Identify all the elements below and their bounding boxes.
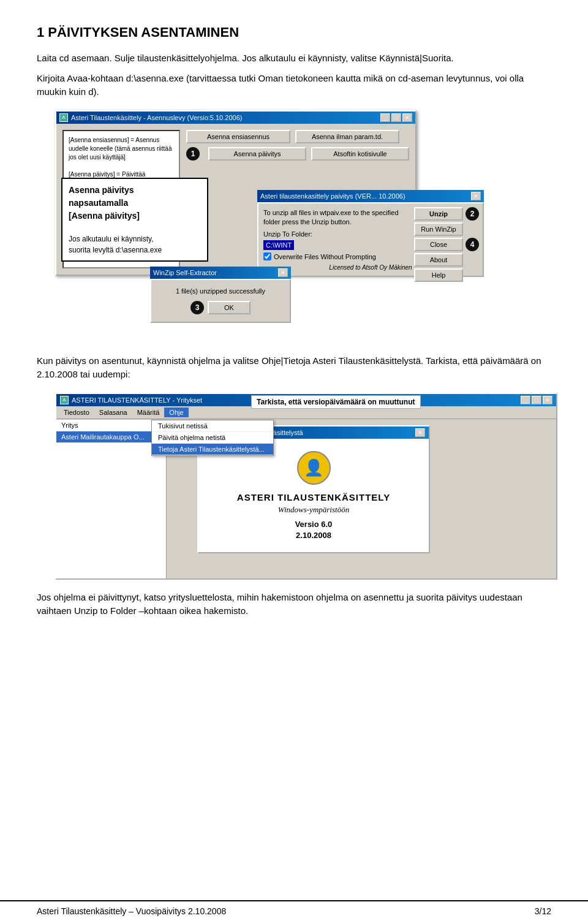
- callout-line3: [Asenna päivitys]: [69, 210, 201, 222]
- asteri-window-title: ASTERI TILAUSTENKÄSITTELY - Yritykset: [72, 396, 202, 404]
- menu-maarita[interactable]: Määritä: [132, 407, 165, 417]
- help-button[interactable]: Help: [414, 268, 463, 282]
- callout-line4: Jos alkutaulu ei käynnisty,: [69, 233, 201, 244]
- selfex-controls: ✕: [278, 268, 288, 277]
- installer-titlebar: A Asteri Tilaustenkäsittely - Asennuslev…: [56, 112, 415, 124]
- about-button[interactable]: About: [414, 253, 463, 267]
- asteri-close[interactable]: ✕: [543, 396, 552, 404]
- run-winzip-button[interactable]: Run WinZip: [414, 222, 463, 236]
- win-controls: _ □ ✕: [380, 113, 412, 122]
- about-logo: 👤: [297, 451, 331, 485]
- asteri-minimize[interactable]: _: [521, 396, 530, 404]
- callout-line1: Asenna päivitys: [69, 184, 201, 197]
- step-2-circle: 2: [466, 207, 479, 221]
- about-version: Versio 6.0: [295, 520, 333, 529]
- winzip-title-text: Asteri tilaustenkasittely paivitys (VER.…: [260, 192, 405, 200]
- selfex-message: 1 file(s) unzipped successfully: [159, 287, 282, 295]
- winzip-buttons: Unzip 2 Run WinZip Close 4 About Help: [414, 207, 479, 282]
- ohje-item-2[interactable]: Päivitä ohjelma netistä: [152, 432, 273, 444]
- winzip-controls: ✕: [471, 192, 481, 200]
- callout-box: Asenna päivitys napsautamalla [Asenna pä…: [61, 178, 208, 262]
- page-footer: Asteri Tilaustenkäsittely – Vuosipäivity…: [0, 900, 588, 921]
- winzip-checkbox-label: Overwrite Files Without Prompting: [274, 253, 376, 260]
- menu-salasana[interactable]: Salasana: [94, 407, 132, 417]
- about-tagline: Windows-ympäristöön: [278, 505, 349, 515]
- paragraph-1: Laita cd asemaan. Sulje tilaustenkäsitte…: [37, 51, 551, 66]
- winzip-checkbox[interactable]: [263, 252, 271, 260]
- sidebar-item-yritys[interactable]: Yritys: [56, 420, 166, 431]
- footer-left: Asteri Tilaustenkäsittely – Vuosipäivity…: [37, 906, 226, 916]
- about-dialog-close[interactable]: ✕: [415, 428, 425, 437]
- step-4-circle: 4: [466, 238, 479, 251]
- maximize-button[interactable]: □: [391, 113, 401, 122]
- selfex-window: WinZip Self-Extractor ✕ 1 file(s) unzipp…: [150, 267, 291, 323]
- selfex-titlebar: WinZip Self-Extractor ✕: [150, 267, 291, 279]
- step-1-circle: 1: [186, 147, 200, 161]
- close-button[interactable]: ✕: [402, 113, 412, 122]
- ilman-param-button[interactable]: Asenna ilman param.td.: [295, 130, 399, 143]
- installer-icon: A: [59, 113, 68, 122]
- about-product-name: ASTERI TILAUSTENKÄSITTELY: [237, 492, 390, 502]
- asteri-win-controls: _ □ ✕: [521, 396, 552, 404]
- winzip-titlebar: Asteri tilaustenkasittely paivitys (VER.…: [257, 190, 484, 202]
- about-date: 2.10.2008: [296, 531, 331, 540]
- winzip-folder-value: C:\WINT: [263, 240, 294, 250]
- asteri-main-area: Yritys Asteri Mailirautakauppa O... Tiet…: [56, 419, 556, 578]
- about-callout-text: Tarkista, että versiopäivämäärä on muutt…: [251, 395, 421, 409]
- winzip-folder-label: Unzip To Folder:: [263, 230, 312, 238]
- paragraph-2: Kirjoita Avaa-kohtaan d:\asenna.exe (tar…: [37, 72, 551, 99]
- left-text-line1: [Asenna ensiasennus] = Asennus uudelle k…: [69, 136, 174, 162]
- step-3-circle: 3: [190, 301, 204, 314]
- installer-row-1: Asenna ensiasennus Asenna ilman param.td…: [186, 130, 409, 143]
- about-screenshot-wrapper: Tarkista, että versiopäivämäärä on muutt…: [55, 393, 557, 580]
- selfex-ok-button[interactable]: OK: [208, 301, 251, 314]
- paragraph-final: Jos ohjelma ei päivittynyt, katso yritys…: [37, 591, 551, 618]
- winzip-close-btn[interactable]: ✕: [471, 192, 481, 200]
- selfex-body: 1 file(s) unzipped successfully 3 OK: [150, 279, 291, 323]
- winzip-desc: To unzip all files in wtpaiv.exe to the …: [263, 208, 404, 227]
- installer-row-2: 1 Asenna päivitys Atsoftin kotisivulle: [186, 147, 409, 161]
- paivitys-button[interactable]: Asenna päivitys: [208, 147, 306, 161]
- footer-right: 3/12: [535, 906, 551, 916]
- callout-line5: suorita levyltä d:\asenna.exe: [69, 244, 201, 256]
- installer-title-text: Asteri Tilaustenkäsittely - Asennuslevy …: [71, 114, 242, 121]
- sidebar-item-asteri[interactable]: Asteri Mailirautakauppa O...: [56, 431, 166, 443]
- paragraph-3: Kun päivitys on asentunut, käynnistä ohj…: [37, 354, 551, 382]
- winzip-body: To unzip all files in wtpaiv.exe to the …: [257, 202, 484, 278]
- asteri-sidebar: Yritys Asteri Mailirautakauppa O...: [56, 419, 167, 578]
- installer-screenshot: A Asteri Tilaustenkäsittely - Asennuslev…: [55, 110, 557, 343]
- asteri-maximize[interactable]: □: [532, 396, 541, 404]
- selfex-close-ctrl[interactable]: ✕: [278, 268, 288, 277]
- page-content: 1 PÄIVITYKSEN ASENTAMINEN Laita cd asema…: [0, 0, 588, 661]
- kotisivu-button[interactable]: Atsoftin kotisivulle: [311, 147, 409, 161]
- callout-line2: napsautamalla: [69, 197, 201, 210]
- menu-tiedosto[interactable]: Tiedosto: [59, 407, 94, 417]
- minimize-button[interactable]: _: [380, 113, 390, 122]
- winzip-window: Asteri tilaustenkasittely paivitys (VER.…: [257, 190, 484, 278]
- ohje-dropdown: Tukisivut netissä Päivitä ohjelma netist…: [151, 420, 274, 456]
- asteri-window-icon: A: [60, 396, 69, 404]
- asteri-main-window: A ASTERI TILAUSTENKÄSITTELY - Yritykset …: [55, 393, 557, 580]
- page-title: 1 PÄIVITYKSEN ASENTAMINEN: [37, 25, 551, 40]
- selfex-title-text: WinZip Self-Extractor: [153, 269, 217, 276]
- menu-ohje[interactable]: Ohje: [164, 407, 188, 417]
- winzip-close-button[interactable]: Close: [414, 238, 463, 251]
- unzip-button[interactable]: Unzip: [414, 207, 463, 221]
- ohje-item-1[interactable]: Tukisivut netissä: [152, 420, 273, 432]
- ensiasennus-button[interactable]: Asenna ensiasennus: [186, 130, 290, 143]
- ohje-item-3[interactable]: Tietoja Asteri Tilaustenkäsittelystä...: [152, 444, 273, 455]
